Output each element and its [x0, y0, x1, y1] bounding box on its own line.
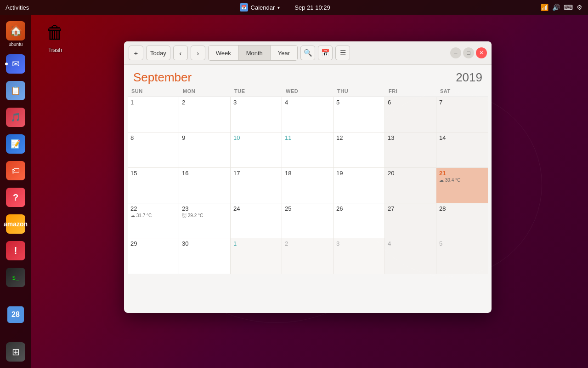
grid-icon: ⊞: [6, 342, 25, 362]
cal-cell[interactable]: 3: [334, 238, 385, 274]
cal-weather: ⛆ 29.2 °C: [182, 213, 227, 218]
cal-cell[interactable]: 19: [334, 168, 385, 203]
email-icon: ✉: [6, 54, 25, 74]
cal-date-number: 8: [130, 134, 176, 141]
cal-cell[interactable]: 4: [282, 97, 334, 132]
minimize-button[interactable]: –: [450, 47, 461, 58]
month-tab[interactable]: Month: [239, 46, 271, 60]
cal-cell[interactable]: 2: [282, 238, 334, 274]
cal-cell[interactable]: 14: [436, 132, 488, 167]
sidebar-item-amazon[interactable]: amazon: [4, 213, 27, 236]
rhythmbox-icon: 🎵: [6, 108, 25, 127]
year-title: 2019: [456, 70, 482, 85]
cal-cell[interactable]: 17: [231, 168, 282, 203]
sidebar-item-ubuntu[interactable]: 🏠 ubuntu: [4, 19, 27, 49]
cal-cell[interactable]: 5: [436, 238, 488, 274]
sidebar-item-bugtracker[interactable]: !: [4, 239, 27, 262]
sidebar-item-grid[interactable]: ⊞: [4, 340, 27, 363]
sidebar-item-terminal[interactable]: $_: [4, 266, 27, 289]
topbar-right: 📶 🔊 ⌨ ⚙: [541, 4, 582, 11]
cal-cell[interactable]: 22☁ 31.7 °C: [128, 203, 179, 238]
cal-date-number: 3: [336, 240, 382, 247]
cal-cell[interactable]: 18: [282, 168, 334, 203]
search-button[interactable]: 🔍: [300, 46, 315, 60]
cal-cell[interactable]: 13: [385, 132, 436, 167]
trash-label: Trash: [48, 47, 62, 53]
cal-cell[interactable]: 4: [385, 238, 436, 274]
today-button[interactable]: Today: [146, 46, 170, 60]
cal-cell[interactable]: 24: [231, 203, 282, 238]
cal-cell[interactable]: 3: [231, 97, 282, 132]
sidebar-item-rhythmbox[interactable]: 🎵: [4, 106, 27, 129]
bugtracker-icon: !: [6, 241, 25, 260]
cal-date-number: 4: [388, 240, 433, 247]
day-thu: THU: [334, 87, 385, 95]
cal-date-number: 1: [130, 99, 176, 106]
cal-date-number: 5: [439, 240, 485, 247]
calendar-grid: 123456789101112131415161718192021☁ 30.4 …: [128, 97, 488, 309]
cal-date-number: 19: [336, 170, 382, 177]
sidebar-item-calendar[interactable]: 28: [6, 305, 26, 325]
cal-cell[interactable]: 29: [128, 238, 179, 274]
cal-cell[interactable]: 25: [282, 203, 334, 238]
cal-cell[interactable]: 9: [179, 132, 231, 167]
cal-cell[interactable]: 10: [231, 132, 282, 167]
cal-date-number: 14: [439, 134, 485, 141]
sidebar-item-notes[interactable]: 📋: [4, 79, 27, 102]
activities-button[interactable]: Activities: [6, 4, 29, 11]
cal-date-number: 28: [439, 205, 485, 212]
settings-icon[interactable]: ⚙: [577, 4, 582, 11]
app-name-label[interactable]: Calendar: [251, 4, 275, 11]
desktop: 🗑 Trash: [37, 19, 74, 53]
cal-cell[interactable]: 6: [385, 97, 436, 132]
cal-cell[interactable]: 16: [179, 168, 231, 203]
cal-date-number: 2: [285, 240, 330, 247]
sidebar-item-help[interactable]: ?: [4, 186, 27, 209]
cal-date-number: 24: [233, 205, 279, 212]
date-nav-button[interactable]: 📅: [318, 46, 333, 60]
active-dot: [5, 63, 8, 65]
cal-date-number: 21: [439, 170, 485, 177]
appstore-icon: 🏷: [6, 161, 25, 180]
cal-week-1: 891011121314: [128, 132, 488, 168]
cal-cell[interactable]: 30: [179, 238, 231, 274]
cal-cell[interactable]: 7: [436, 97, 488, 132]
topbar-center: 📅 Calendar ▾ Sep 21 10:29: [240, 3, 330, 12]
cal-cell[interactable]: 26: [334, 203, 385, 238]
menu-button[interactable]: ☰: [335, 46, 350, 60]
cal-cell[interactable]: 23⛆ 29.2 °C: [179, 203, 231, 238]
prev-button[interactable]: ‹: [173, 46, 188, 60]
cal-header: September 2019: [124, 65, 492, 87]
week-tab[interactable]: Week: [209, 46, 239, 60]
sidebar-item-appstore[interactable]: 🏷: [4, 159, 27, 182]
amazon-icon: amazon: [6, 214, 25, 234]
day-fri: FRI: [385, 87, 436, 95]
cal-date-number: 1: [233, 240, 279, 247]
year-tab[interactable]: Year: [271, 46, 297, 60]
sidebar-item-email[interactable]: ✉: [4, 52, 27, 75]
cal-cell[interactable]: 12: [334, 132, 385, 167]
maximize-button[interactable]: □: [463, 47, 474, 58]
cal-cell[interactable]: 2: [179, 97, 231, 132]
add-event-button[interactable]: +: [129, 46, 143, 60]
close-button[interactable]: ✕: [476, 47, 487, 58]
cal-cell[interactable]: 8: [128, 132, 179, 167]
cal-cell[interactable]: 1: [231, 238, 282, 274]
ubuntu-icon: 🏠: [6, 21, 25, 40]
cal-cell[interactable]: 27: [385, 203, 436, 238]
cal-cell[interactable]: 15: [128, 168, 179, 203]
cal-cell[interactable]: 20: [385, 168, 436, 203]
sidebar-item-writer[interactable]: 📝: [4, 132, 27, 155]
cal-date-number: 6: [388, 99, 433, 106]
cal-cell[interactable]: 1: [128, 97, 179, 132]
trash-icon-desktop[interactable]: 🗑 Trash: [37, 19, 74, 53]
cal-cell[interactable]: 5: [334, 97, 385, 132]
cal-cell[interactable]: 11: [282, 132, 334, 167]
next-button[interactable]: ›: [191, 46, 205, 60]
app-menu-chevron[interactable]: ▾: [277, 5, 280, 10]
day-wed: WED: [282, 87, 334, 95]
terminal-icon: $_: [6, 268, 25, 287]
datetime-label: Sep 21 10:29: [294, 4, 330, 11]
cal-cell[interactable]: 28: [436, 203, 488, 238]
cal-cell[interactable]: 21☁ 30.4 °C: [436, 168, 488, 203]
